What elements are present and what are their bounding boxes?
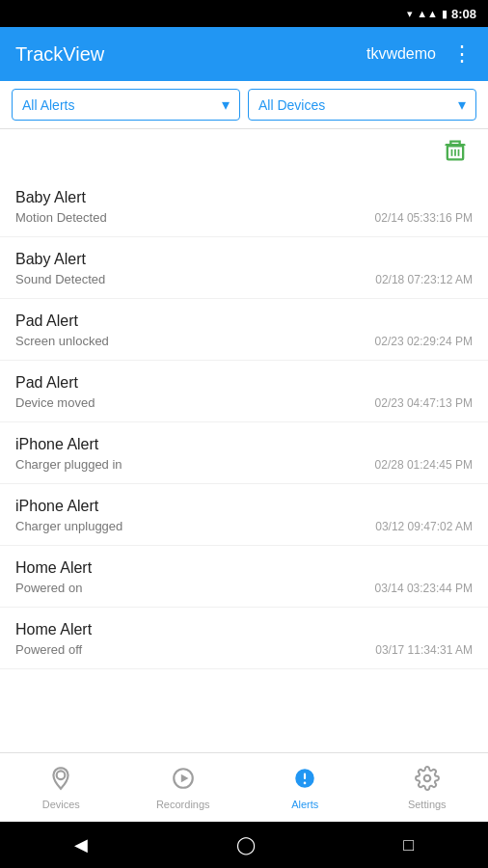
alert-item[interactable]: iPhone Alert Charger unplugged 03/12 09:… xyxy=(0,484,488,546)
alert-item[interactable]: iPhone Alert Charger plugged in 02/28 01… xyxy=(0,422,488,484)
nav-recordings-label: Recordings xyxy=(156,799,210,810)
app-bar-right: tkvwdemo ⋮ xyxy=(366,41,473,67)
alert-item[interactable]: Pad Alert Screen unlocked 02/23 02:29:24… xyxy=(0,299,488,361)
alerts-filter-dropdown[interactable]: All Alerts ▾ xyxy=(12,89,240,121)
signal-icon: ▲▲ xyxy=(417,8,438,19)
svg-rect-9 xyxy=(304,773,306,779)
alert-item[interactable]: Pad Alert Device moved 02/23 04:47:13 PM xyxy=(0,361,488,422)
app-title: TrackView xyxy=(15,43,104,66)
devices-filter-label: All Devices xyxy=(258,97,325,113)
alert-title: iPhone Alert xyxy=(15,498,473,515)
alert-time: 03/17 11:34:31 AM xyxy=(375,643,473,657)
nav-item-devices[interactable]: Devices xyxy=(0,758,122,818)
svg-point-5 xyxy=(57,771,66,779)
app-user: tkvwdemo xyxy=(366,45,436,63)
alert-subtitle: Sound Detected xyxy=(15,272,105,286)
alert-time: 02/28 01:24:45 PM xyxy=(375,458,473,472)
alerts-filter-arrow-icon: ▾ xyxy=(222,95,230,114)
alert-title: Baby Alert xyxy=(15,251,473,268)
nav-devices-label: Devices xyxy=(42,799,80,810)
nav-alerts-label: Alerts xyxy=(291,799,318,810)
alert-item[interactable]: Home Alert Powered off 03/17 11:34:31 AM xyxy=(0,608,488,669)
alert-title: Home Alert xyxy=(15,559,473,577)
alert-detail-row: Sound Detected 02/18 07:23:12 AM xyxy=(15,272,473,286)
alerts-filter-label: All Alerts xyxy=(22,97,74,113)
bottom-nav: Devices Recordings Alerts Settings xyxy=(0,752,488,822)
alert-time: 02/14 05:33:16 PM xyxy=(375,211,473,225)
alert-time: 03/12 09:47:02 AM xyxy=(375,520,473,533)
alert-subtitle: Screen unlocked xyxy=(15,334,109,348)
devices-filter-dropdown[interactable]: All Devices ▾ xyxy=(248,89,476,121)
toolbar-row xyxy=(0,129,488,176)
alert-subtitle: Powered off xyxy=(15,642,82,657)
nav-item-alerts[interactable]: Alerts xyxy=(244,758,366,818)
svg-point-11 xyxy=(424,774,431,781)
home-button[interactable]: ◯ xyxy=(236,834,256,855)
nav-settings-label: Settings xyxy=(408,799,447,810)
nav-recordings-icon xyxy=(171,766,196,797)
alert-item[interactable]: Baby Alert Sound Detected 02/18 07:23:12… xyxy=(0,237,488,299)
alert-item[interactable]: Home Alert Powered on 03/14 03:23:44 PM xyxy=(0,546,488,608)
alert-title: Home Alert xyxy=(15,621,473,638)
system-nav-bar: ◀ ◯ □ xyxy=(0,822,488,868)
status-time: 8:08 xyxy=(451,7,476,21)
alert-detail-row: Charger plugged in 02/28 01:24:45 PM xyxy=(15,457,473,472)
nav-devices-icon xyxy=(48,766,73,797)
delete-button[interactable] xyxy=(438,133,473,172)
devices-filter-arrow-icon: ▾ xyxy=(458,95,466,114)
alert-detail-row: Powered on 03/14 03:23:44 PM xyxy=(15,581,473,595)
alert-subtitle: Charger plugged in xyxy=(15,457,122,472)
alert-detail-row: Screen unlocked 02/23 02:29:24 PM xyxy=(15,334,473,348)
alert-title: Pad Alert xyxy=(15,312,473,330)
alert-detail-row: Charger unplugged 03/12 09:47:02 AM xyxy=(15,519,473,533)
alert-item[interactable]: Baby Alert Motion Detected 02/14 05:33:1… xyxy=(0,176,488,237)
alert-detail-row: Powered off 03/17 11:34:31 AM xyxy=(15,642,473,657)
filter-bar: All Alerts ▾ All Devices ▾ xyxy=(0,81,488,129)
alert-subtitle: Motion Detected xyxy=(15,210,107,225)
alert-time: 02/23 04:47:13 PM xyxy=(375,396,473,410)
more-options-icon[interactable]: ⋮ xyxy=(451,41,473,67)
alert-time: 03/14 03:23:44 PM xyxy=(375,582,473,595)
alert-title: iPhone Alert xyxy=(15,436,473,453)
nav-item-settings[interactable]: Settings xyxy=(366,758,489,818)
alert-list: Baby Alert Motion Detected 02/14 05:33:1… xyxy=(0,176,488,752)
wifi-icon: ▾ xyxy=(407,8,413,20)
nav-settings-icon xyxy=(415,766,440,797)
alert-time: 02/23 02:29:24 PM xyxy=(375,335,473,348)
alert-detail-row: Device moved 02/23 04:47:13 PM xyxy=(15,395,473,410)
svg-marker-7 xyxy=(181,773,189,782)
alert-title: Baby Alert xyxy=(15,189,473,206)
trash-icon xyxy=(442,137,469,164)
nav-item-recordings[interactable]: Recordings xyxy=(122,758,245,818)
status-bar: ▾ ▲▲ ▮ 8:08 xyxy=(0,0,488,27)
battery-icon: ▮ xyxy=(442,8,447,20)
back-button[interactable]: ◀ xyxy=(74,834,88,855)
alert-subtitle: Powered on xyxy=(15,581,82,595)
alert-subtitle: Device moved xyxy=(15,395,95,410)
alert-subtitle: Charger unplugged xyxy=(15,519,122,533)
alert-title: Pad Alert xyxy=(15,374,473,392)
app-bar: TrackView tkvwdemo ⋮ xyxy=(0,27,488,81)
nav-alerts-icon xyxy=(292,766,317,797)
alert-detail-row: Motion Detected 02/14 05:33:16 PM xyxy=(15,210,473,225)
recents-button[interactable]: □ xyxy=(403,835,414,855)
svg-point-10 xyxy=(304,781,307,784)
status-icons: ▾ ▲▲ ▮ 8:08 xyxy=(407,7,476,21)
alert-time: 02/18 07:23:12 AM xyxy=(375,273,473,286)
